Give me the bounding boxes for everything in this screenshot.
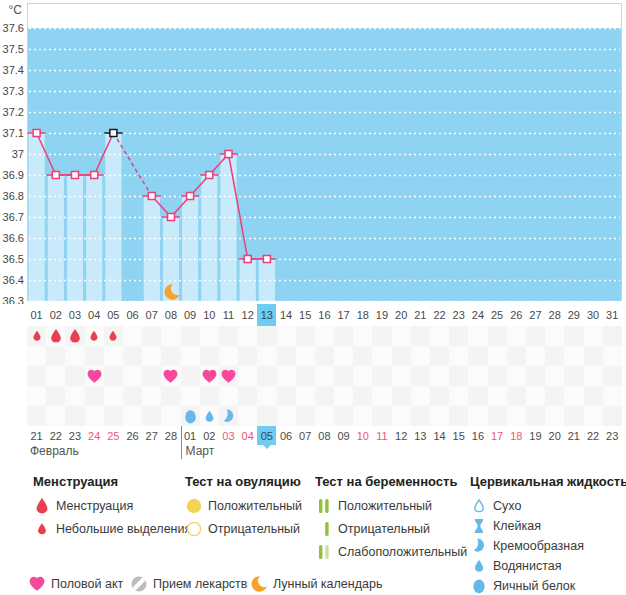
pregnancy-test-cell[interactable] bbox=[238, 386, 257, 406]
cervical-fluid-cell[interactable] bbox=[449, 406, 468, 426]
ovulation-test-cell[interactable] bbox=[257, 346, 276, 366]
ovulation-test-cell[interactable] bbox=[526, 346, 545, 366]
cervical-fluid-cell[interactable] bbox=[526, 406, 545, 426]
ovulation-test-cell[interactable] bbox=[564, 346, 583, 366]
menstruation-cell[interactable] bbox=[219, 326, 238, 346]
calendar-date-Март-11[interactable]: 11 bbox=[372, 426, 391, 445]
intercourse-cell[interactable] bbox=[315, 366, 334, 386]
menstruation-cell[interactable] bbox=[315, 326, 334, 346]
menstruation-cell[interactable] bbox=[449, 326, 468, 346]
pregnancy-test-cell[interactable] bbox=[65, 386, 84, 406]
calendar-date-Февраль-27[interactable]: 27 bbox=[142, 426, 161, 445]
calendar-date-Март-01[interactable]: 01 bbox=[181, 426, 200, 445]
cycle-day-03[interactable]: 03 bbox=[65, 304, 84, 326]
cervical-fluid-cell[interactable] bbox=[296, 406, 315, 426]
pregnancy-test-cell[interactable] bbox=[372, 386, 391, 406]
pregnancy-test-cell[interactable] bbox=[104, 386, 123, 406]
menstruation-cell[interactable] bbox=[564, 326, 583, 346]
pregnancy-test-cell[interactable] bbox=[200, 386, 219, 406]
pregnancy-test-cell[interactable] bbox=[545, 386, 564, 406]
pregnancy-test-cell[interactable] bbox=[85, 386, 104, 406]
calendar-date-Март-20[interactable]: 20 bbox=[545, 426, 564, 445]
cervical-fluid-cell[interactable] bbox=[488, 406, 507, 426]
ovulation-test-cell[interactable] bbox=[85, 346, 104, 366]
pregnancy-test-cell[interactable] bbox=[181, 386, 200, 406]
calendar-date-Март-06[interactable]: 06 bbox=[276, 426, 295, 445]
intercourse-cell[interactable] bbox=[564, 366, 583, 386]
temp-point[interactable] bbox=[72, 172, 79, 179]
intercourse-cell[interactable] bbox=[85, 366, 104, 386]
cervical-fluid-cell[interactable] bbox=[277, 406, 296, 426]
menstruation-cell[interactable] bbox=[545, 326, 564, 346]
temp-point[interactable] bbox=[148, 193, 155, 200]
intercourse-cell[interactable] bbox=[488, 366, 507, 386]
cervical-fluid-cell[interactable] bbox=[468, 406, 487, 426]
intercourse-cell[interactable] bbox=[27, 366, 46, 386]
menstruation-cell[interactable] bbox=[603, 326, 622, 346]
calendar-date-Февраль-24[interactable]: 24 bbox=[85, 426, 104, 445]
ovulation-test-cell[interactable] bbox=[334, 346, 353, 366]
cervical-fluid-cell[interactable] bbox=[200, 406, 219, 426]
cycle-day-08[interactable]: 08 bbox=[161, 304, 180, 326]
calendar-date-Март-12[interactable]: 12 bbox=[392, 426, 411, 445]
pregnancy-test-cell[interactable] bbox=[277, 386, 296, 406]
cycle-day-16[interactable]: 16 bbox=[315, 304, 334, 326]
cervical-fluid-cell[interactable] bbox=[46, 406, 65, 426]
pregnancy-test-cell[interactable] bbox=[449, 386, 468, 406]
calendar-date-Март-09[interactable]: 09 bbox=[334, 426, 353, 445]
cervical-fluid-cell[interactable] bbox=[27, 406, 46, 426]
menstruation-cell[interactable] bbox=[181, 326, 200, 346]
cycle-day-26[interactable]: 26 bbox=[507, 304, 526, 326]
ovulation-test-cell[interactable] bbox=[65, 346, 84, 366]
temp-point[interactable] bbox=[263, 256, 270, 263]
intercourse-cell[interactable] bbox=[142, 366, 161, 386]
calendar-date-Март-22[interactable]: 22 bbox=[583, 426, 602, 445]
cervical-fluid-cell[interactable] bbox=[507, 406, 526, 426]
cervical-fluid-cell[interactable] bbox=[430, 406, 449, 426]
cervical-fluid-cell[interactable] bbox=[353, 406, 372, 426]
ovulation-test-cell[interactable] bbox=[392, 346, 411, 366]
intercourse-cell[interactable] bbox=[257, 366, 276, 386]
intercourse-cell[interactable] bbox=[200, 366, 219, 386]
calendar-date-Март-03[interactable]: 03 bbox=[219, 426, 238, 445]
ovulation-test-cell[interactable] bbox=[430, 346, 449, 366]
menstruation-cell[interactable] bbox=[526, 326, 545, 346]
intercourse-cell[interactable] bbox=[468, 366, 487, 386]
menstruation-cell[interactable] bbox=[392, 326, 411, 346]
intercourse-cell[interactable] bbox=[392, 366, 411, 386]
calendar-date-Март-21[interactable]: 21 bbox=[564, 426, 583, 445]
ovulation-test-cell[interactable] bbox=[161, 346, 180, 366]
cervical-fluid-cell[interactable] bbox=[392, 406, 411, 426]
cycle-day-31[interactable]: 31 bbox=[603, 304, 622, 326]
temp-point[interactable] bbox=[91, 172, 98, 179]
intercourse-cell[interactable] bbox=[161, 366, 180, 386]
menstruation-cell[interactable] bbox=[411, 326, 430, 346]
cycle-day-04[interactable]: 04 bbox=[85, 304, 104, 326]
intercourse-cell[interactable] bbox=[584, 366, 603, 386]
intercourse-cell[interactable] bbox=[545, 366, 564, 386]
pregnancy-test-cell[interactable] bbox=[584, 386, 603, 406]
pregnancy-test-cell[interactable] bbox=[603, 386, 622, 406]
cervical-fluid-cell[interactable] bbox=[411, 406, 430, 426]
cervical-fluid-cell[interactable] bbox=[334, 406, 353, 426]
calendar-date-Март-14[interactable]: 14 bbox=[430, 426, 449, 445]
intercourse-cell[interactable] bbox=[219, 366, 238, 386]
pregnancy-test-cell[interactable] bbox=[411, 386, 430, 406]
cycle-day-28[interactable]: 28 bbox=[545, 304, 564, 326]
temp-point[interactable] bbox=[110, 130, 117, 137]
calendar-date-Март-15[interactable]: 15 bbox=[449, 426, 468, 445]
ovulation-test-cell[interactable] bbox=[545, 346, 564, 366]
pregnancy-test-cell[interactable] bbox=[142, 386, 161, 406]
cycle-day-18[interactable]: 18 bbox=[353, 304, 372, 326]
cycle-day-19[interactable]: 19 bbox=[372, 304, 391, 326]
ovulation-test-cell[interactable] bbox=[584, 346, 603, 366]
calendar-date-Февраль-22[interactable]: 22 bbox=[46, 426, 65, 445]
ovulation-test-cell[interactable] bbox=[411, 346, 430, 366]
menstruation-cell[interactable] bbox=[353, 326, 372, 346]
menstruation-cell[interactable] bbox=[334, 326, 353, 346]
ovulation-test-cell[interactable] bbox=[468, 346, 487, 366]
intercourse-cell[interactable] bbox=[123, 366, 142, 386]
intercourse-cell[interactable] bbox=[238, 366, 257, 386]
menstruation-cell[interactable] bbox=[296, 326, 315, 346]
menstruation-cell[interactable] bbox=[468, 326, 487, 346]
